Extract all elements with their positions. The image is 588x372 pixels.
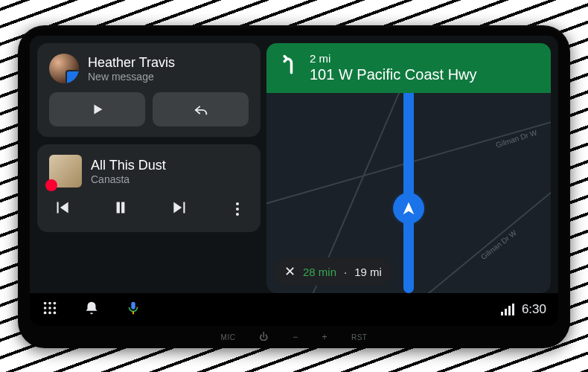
svg-point-4	[48, 307, 51, 310]
hw-power-label[interactable]: ⏻	[259, 332, 269, 342]
pause-icon	[111, 198, 130, 217]
svg-point-1	[48, 302, 51, 305]
more-options-button[interactable]	[229, 202, 246, 216]
pause-button[interactable]	[111, 198, 130, 220]
album-art	[49, 155, 82, 187]
svg-point-2	[54, 302, 57, 305]
bell-icon	[83, 300, 100, 316]
hardware-buttons: MIC ⏻ − + RST	[18, 329, 570, 345]
play-icon	[89, 101, 106, 118]
svg-point-8	[54, 312, 57, 315]
turn-left-icon	[278, 54, 299, 74]
street-label: Gilman Dr W	[479, 228, 518, 261]
eta-distance: 19 mi	[354, 266, 382, 278]
svg-point-0	[44, 302, 47, 305]
head-unit-device: Heather Travis New message	[18, 25, 570, 348]
hw-mic-label: MIC	[221, 333, 236, 341]
map-panel[interactable]: Gilman Dr W Gilman Dr W 2 mi 101 W Pacif…	[266, 43, 551, 293]
navigation-arrow-icon	[400, 200, 417, 217]
hw-vol-up-label[interactable]: +	[322, 332, 327, 342]
sender-avatar	[49, 54, 79, 83]
hw-vol-down-label[interactable]: −	[293, 332, 298, 342]
signal-strength-icon	[501, 304, 514, 315]
app-launcher-button[interactable]	[42, 300, 58, 319]
dashboard-content: Heather Travis New message	[30, 36, 558, 293]
svg-point-5	[54, 307, 57, 310]
maneuver-road: 101 W Pacific Coast Hwy	[310, 65, 477, 84]
left-column: Heather Travis New message	[37, 43, 261, 293]
svg-point-7	[48, 312, 51, 315]
street-label: Gilman Dr W	[495, 128, 539, 149]
reply-button[interactable]	[153, 92, 249, 126]
reply-icon	[193, 101, 209, 118]
track-title: All This Dust	[91, 158, 166, 173]
track-artist: Canasta	[91, 173, 166, 185]
hw-reset-label[interactable]: RST	[351, 333, 368, 341]
apps-grid-icon	[42, 300, 58, 316]
close-icon[interactable]: ✕	[284, 263, 295, 280]
notification-status: New message	[88, 71, 175, 83]
assistant-button[interactable]	[125, 300, 141, 319]
eta-pill[interactable]: ✕ 28 min · 19 mi	[274, 257, 392, 286]
screen: Heather Travis New message	[30, 36, 558, 326]
current-location-marker	[388, 187, 429, 229]
eta-time: 28 min	[303, 266, 336, 278]
maneuver-distance: 2 mi	[310, 52, 477, 65]
svg-rect-9	[131, 302, 135, 310]
svg-point-3	[44, 307, 47, 310]
sender-name: Heather Travis	[88, 54, 175, 71]
play-message-button[interactable]	[49, 92, 145, 126]
skip-next-icon	[170, 198, 190, 217]
next-track-button[interactable]	[170, 198, 190, 220]
clock: 6:30	[522, 302, 546, 317]
svg-point-11	[137, 307, 138, 308]
navigation-banner[interactable]: 2 mi 101 W Pacific Coast Hwy	[266, 43, 551, 93]
mic-icon	[125, 300, 141, 316]
svg-point-6	[44, 312, 47, 315]
system-bar: 6:30	[30, 293, 558, 326]
previous-track-button[interactable]	[52, 198, 71, 220]
media-card[interactable]: All This Dust Canasta	[37, 144, 261, 232]
skip-previous-icon	[52, 198, 71, 217]
notification-card[interactable]: Heather Travis New message	[37, 43, 261, 137]
notifications-button[interactable]	[83, 300, 100, 319]
